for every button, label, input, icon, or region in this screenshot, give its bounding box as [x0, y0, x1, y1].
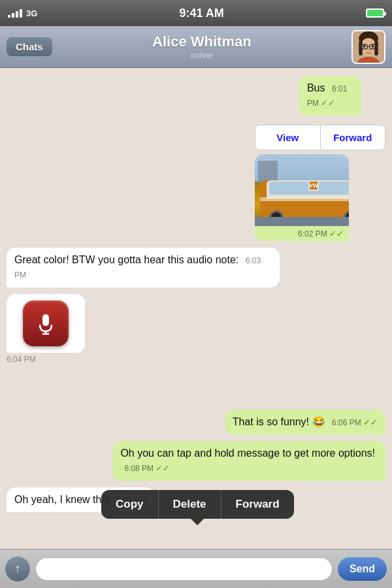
- msg3-text: Great color! BTW you gotta hear this aud…: [14, 254, 238, 265]
- vw-logo: VW: [308, 180, 319, 191]
- chat-area: Bus 6:01 PM ✓✓ View Forward: [0, 68, 392, 549]
- svg-point-8: [363, 45, 366, 48]
- msg6-time: 6:08 PM ✓✓: [124, 464, 170, 473]
- bubble-6: Oh you can tap and hold message to get m…: [112, 441, 385, 481]
- contact-name: Alice Whitman: [52, 33, 351, 50]
- signal-bar-2: [12, 13, 14, 18]
- msg6-text: Oh you can tap and hold message to get m…: [120, 448, 375, 459]
- header: Chats Alice Whitman online: [0, 26, 392, 68]
- delete-button[interactable]: Delete: [159, 490, 221, 519]
- signal-bar-1: [8, 15, 10, 18]
- mic-icon-wrap: [23, 301, 69, 346]
- svg-point-9: [372, 45, 374, 48]
- bubble-3: Great color! BTW you gotta hear this aud…: [7, 248, 280, 287]
- signal-bar-4: [20, 9, 22, 18]
- message-input[interactable]: [35, 557, 333, 581]
- msg5-time: 6:06 PM ✓✓: [332, 418, 378, 427]
- svg-point-10: [367, 49, 370, 51]
- bubble-5: That is so funny! 😂 6:06 PM ✓✓: [225, 410, 385, 434]
- msg4-time: 6:04 PM: [7, 355, 85, 364]
- image-message-2: View Forward VW: [255, 122, 385, 241]
- context-menu: Copy Delete Forward: [101, 490, 294, 519]
- back-button[interactable]: Chats: [7, 37, 52, 56]
- bubble-text-1: Bus 6:01 PM ✓✓: [299, 76, 361, 116]
- send-button[interactable]: Send: [338, 557, 387, 581]
- signal-bars: [8, 8, 22, 18]
- upload-icon: ↑: [15, 562, 21, 576]
- message-row-2: View Forward VW: [7, 122, 385, 241]
- audio-message-4: 6:04 PM Copy Delete Forward: [7, 294, 85, 364]
- status-left: 3G: [8, 8, 37, 18]
- status-right: [366, 8, 384, 18]
- msg7-text: Oh yeah, I knew that: [14, 494, 110, 505]
- battery-icon: [366, 8, 384, 18]
- input-bar: ↑ Send: [0, 549, 392, 588]
- bus-image: VW: [255, 154, 349, 226]
- message-row-6: Oh you can tap and hold message to get m…: [7, 441, 385, 481]
- view-button[interactable]: View: [255, 125, 321, 150]
- msg1-checks: ✓✓: [321, 98, 335, 108]
- msg5-checks: ✓✓: [363, 417, 378, 427]
- message-row-3: Great color! BTW you gotta hear this aud…: [7, 248, 385, 287]
- message-row-1: Bus 6:01 PM ✓✓: [7, 76, 385, 116]
- copy-button[interactable]: Copy: [101, 490, 159, 519]
- bubble-1[interactable]: Bus 6:01 PM ✓✓: [299, 76, 385, 116]
- status-bar: 3G 9:41 AM: [0, 0, 392, 26]
- msg5-text: That is so funny! 😂: [233, 416, 325, 427]
- avatar-svg: [353, 30, 384, 64]
- bus-stripe: [260, 197, 349, 201]
- avatar[interactable]: [351, 30, 385, 64]
- message-row-4: 6:04 PM Copy Delete Forward: [7, 294, 385, 364]
- road: [255, 217, 349, 226]
- network-type: 3G: [26, 8, 37, 18]
- message-row-5: That is so funny! 😂 6:06 PM ✓✓: [7, 410, 385, 434]
- svg-rect-12: [42, 314, 49, 326]
- signal-bar-3: [16, 11, 18, 18]
- forward-button[interactable]: Forward: [321, 125, 385, 150]
- img-checks: ✓✓: [329, 229, 344, 238]
- context-forward-button[interactable]: Forward: [221, 490, 294, 519]
- header-center: Alice Whitman online: [52, 33, 351, 60]
- msg1-text: Bus: [307, 82, 325, 93]
- image-bubble-2[interactable]: VW 6:02 PM ✓✓: [255, 154, 349, 241]
- upload-button[interactable]: ↑: [5, 557, 30, 581]
- img-meta: 6:02 PM ✓✓: [255, 226, 349, 241]
- microphone-icon: [34, 312, 57, 335]
- image-actions: View Forward: [255, 125, 385, 150]
- contact-status: online: [52, 50, 351, 60]
- clock: 9:41 AM: [179, 7, 223, 20]
- msg6-checks: ✓✓: [155, 463, 170, 473]
- audio-bubble[interactable]: [7, 294, 85, 353]
